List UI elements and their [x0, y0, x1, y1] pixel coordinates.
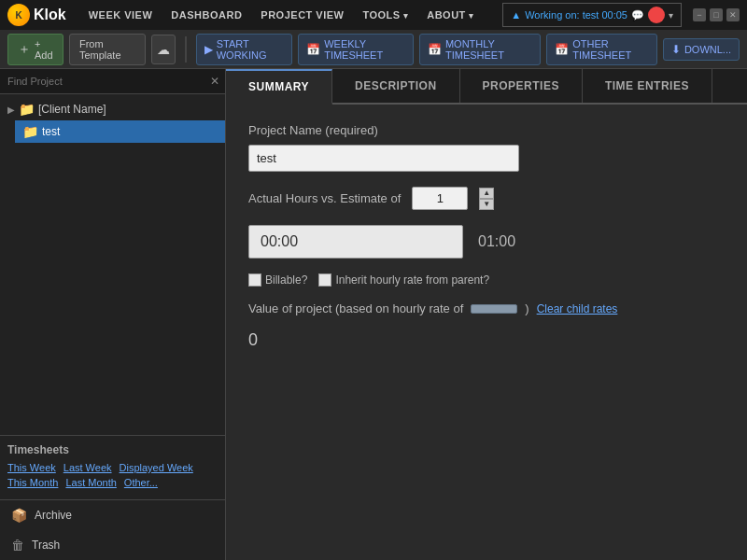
menubar: K Klok WEEK VIEW DASHBOARD PROJECT VIEW …	[0, 0, 747, 30]
inherit-label: Inherit hourly rate from parent?	[335, 273, 489, 287]
toolbar-separator	[185, 36, 187, 63]
time-display-row: 00:00 01:00	[248, 225, 725, 259]
timesheets-links-row1: This Week Last Week Displayed Week	[7, 462, 218, 473]
expand-arrow-icon: ▲	[511, 9, 521, 21]
download-button[interactable]: ⬇ DOWNL...	[663, 38, 740, 61]
project-name-field-label: Project Name (required)	[248, 123, 725, 137]
this-month-link[interactable]: This Month	[7, 477, 58, 488]
archive-icon: 📦	[11, 508, 27, 523]
cloud-icon: ☁	[157, 42, 170, 57]
displayed-week-link[interactable]: Displayed Week	[120, 462, 193, 473]
toolbar: ＋ + Add From Template ☁ ▶ START WORKING …	[0, 30, 747, 69]
download-icon: ⬇	[671, 43, 681, 56]
maximize-button[interactable]: □	[710, 8, 723, 21]
monthly-label: MONTHLY TIMESHEET	[445, 38, 532, 61]
weekly-label: WEEKLY TIMESHEET	[324, 38, 405, 61]
add-icon: ＋	[18, 41, 31, 58]
app-name: Klok	[34, 7, 66, 23]
folder-icon: 📁	[22, 124, 38, 139]
download-label: DOWNL...	[684, 44, 731, 55]
estimated-time-display: 01:00	[478, 233, 515, 250]
chat-icon: 💬	[631, 9, 644, 21]
tabs: SUMMARY DESCRIPTION PROPERTIES TIME ENTR…	[226, 69, 747, 105]
trash-icon: 🗑	[11, 538, 24, 553]
tree-item-test[interactable]: 📁 test	[15, 120, 225, 143]
project-tree: ▶ 📁 [Client Name] 📁 test	[0, 94, 225, 435]
monthly-timesheet-button[interactable]: 📅 MONTHLY TIMESHEET	[419, 34, 541, 65]
other-link[interactable]: Other...	[124, 477, 158, 488]
trash-button[interactable]: 🗑 Trash	[0, 530, 225, 560]
content-area: SUMMARY DESCRIPTION PROPERTIES TIME ENTR…	[226, 69, 747, 560]
clear-child-rates-link[interactable]: Clear child rates	[537, 302, 618, 315]
menu-tools[interactable]: TOOLS	[355, 6, 416, 24]
record-button[interactable]	[648, 7, 665, 23]
sidebar: ✕ ▶ 📁 [Client Name] 📁 test Timesheets Th…	[0, 69, 226, 560]
folder-icon: 📁	[19, 102, 35, 117]
menu-project-view[interactable]: PROJECT VIEW	[253, 6, 351, 24]
minimize-button[interactable]: −	[693, 8, 706, 21]
project-name-input[interactable]	[248, 145, 519, 172]
timesheets-title: Timesheets	[7, 443, 218, 456]
clear-search-button[interactable]: ✕	[208, 73, 221, 90]
project-name-label: test	[42, 125, 60, 138]
working-on-text: Working on: test 00:05	[525, 9, 627, 21]
expand-arrow-icon: ▶	[7, 105, 15, 115]
inherit-checkbox[interactable]	[318, 273, 331, 287]
last-month-link[interactable]: Last Month	[65, 477, 116, 488]
value-label: Value of project (based on hourly rate o…	[248, 301, 463, 315]
menu-dashboard[interactable]: DASHBOARD	[163, 6, 249, 24]
estimate-row: Actual Hours vs. Estimate of ▲ ▼	[248, 187, 725, 210]
close-paren: )	[525, 301, 529, 315]
weekly-icon: 📅	[306, 43, 320, 56]
trash-label: Trash	[32, 539, 60, 552]
start-working-button[interactable]: ▶ START WORKING	[196, 34, 292, 65]
tab-description[interactable]: DESCRIPTION	[332, 69, 460, 103]
menu-week-view[interactable]: WEEK VIEW	[81, 6, 161, 24]
value-row: Value of project (based on hourly rate o…	[248, 301, 725, 315]
app-logo: K Klok	[7, 4, 66, 26]
summary-panel: Project Name (required) Actual Hours vs.…	[226, 105, 747, 560]
window-controls: − □ ✕	[693, 8, 740, 21]
project-value-display: 0	[248, 330, 725, 350]
other-timesheet-button[interactable]: 📅 OTHER TIMESHEET	[546, 34, 657, 65]
add-label: + Add	[35, 38, 53, 61]
weekly-timesheet-button[interactable]: 📅 WEEKLY TIMESHEET	[298, 34, 414, 65]
other-label: OTHER TIMESHEET	[572, 38, 649, 61]
billable-wrapper: Billable?	[248, 273, 307, 287]
this-week-link[interactable]: This Week	[7, 462, 56, 473]
logo-icon: K	[7, 4, 30, 26]
tab-summary[interactable]: SUMMARY	[226, 69, 332, 105]
monthly-icon: 📅	[428, 43, 442, 56]
timesheets-section: Timesheets This Week Last Week Displayed…	[0, 435, 225, 499]
main-area: ✕ ▶ 📁 [Client Name] 📁 test Timesheets Th…	[0, 69, 747, 560]
tab-properties[interactable]: PROPERTIES	[460, 69, 583, 103]
estimate-spinner: ▲ ▼	[479, 188, 494, 210]
spin-up-button[interactable]: ▲	[479, 188, 494, 199]
client-name-label: [Client Name]	[38, 103, 106, 116]
archive-button[interactable]: 📦 Archive	[0, 500, 225, 530]
checkbox-row: Billable? Inherit hourly rate from paren…	[248, 273, 725, 287]
add-button[interactable]: ＋ + Add	[7, 34, 63, 65]
close-button[interactable]: ✕	[726, 8, 740, 21]
cloud-button[interactable]: ☁	[151, 35, 176, 64]
actual-time-display: 00:00	[248, 225, 463, 259]
archive-label: Archive	[35, 509, 72, 522]
start-working-label: START WORKING	[217, 38, 284, 61]
from-template-button[interactable]: From Template	[69, 34, 146, 65]
tree-sub: 📁 test	[0, 120, 225, 143]
working-on-indicator[interactable]: ▲ Working on: test 00:05 💬 ▾	[502, 3, 682, 27]
last-week-link[interactable]: Last Week	[63, 462, 112, 473]
spin-down-button[interactable]: ▼	[479, 199, 494, 210]
tab-time-entries[interactable]: TIME ENTRIES	[583, 69, 712, 103]
template-label: From Template	[79, 38, 135, 61]
inherit-wrapper: Inherit hourly rate from parent?	[318, 273, 489, 287]
menu-about[interactable]: ABOUT	[419, 6, 481, 24]
timesheets-links-row2: This Month Last Month Other...	[7, 477, 218, 488]
other-icon: 📅	[555, 43, 569, 56]
tree-item-client[interactable]: ▶ 📁 [Client Name]	[0, 98, 225, 120]
estimate-input[interactable]	[412, 187, 468, 210]
search-input[interactable]	[4, 74, 208, 89]
billable-checkbox[interactable]	[248, 273, 261, 287]
hourly-rate-display[interactable]	[471, 304, 517, 314]
expand-button[interactable]: ▾	[669, 10, 673, 21]
